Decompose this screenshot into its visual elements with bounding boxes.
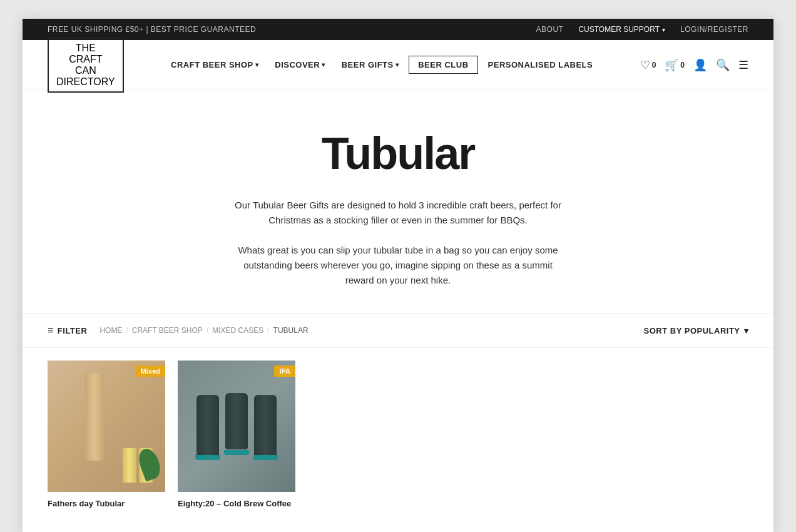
breadcrumb-separator: / <box>207 326 208 335</box>
chevron-down-icon: ▾ <box>395 61 399 68</box>
header-icons: ♡ 0 🛒 0 👤 🔍 ☰ <box>640 58 748 72</box>
filter-icon: ≡ <box>48 325 54 336</box>
cart-button[interactable]: 🛒 0 <box>665 58 685 72</box>
menu-button[interactable]: ☰ <box>738 58 748 72</box>
product-badge: IPA <box>274 366 295 377</box>
logo-can: CAN <box>75 65 96 76</box>
logo-the: THE <box>76 43 96 54</box>
can-wrapper <box>224 393 249 455</box>
hero-description-1: Our Tubular Beer Gifts are designed to h… <box>229 198 567 228</box>
nav-beer-gifts[interactable]: BEER GIFTS ▾ <box>335 55 406 74</box>
hamburger-icon: ☰ <box>738 58 748 72</box>
login-link[interactable]: LOGIN/REGISTER <box>680 25 748 34</box>
filter-bar: ≡ FILTER HOME / CRAFT BEER SHOP / MIXED … <box>23 313 773 348</box>
chevron-down-icon: ▾ <box>744 326 749 335</box>
top-bar-right: ABOUT CUSTOMER SUPPORT ▾ LOGIN/REGISTER <box>536 25 748 34</box>
chevron-down-icon: ▾ <box>255 61 259 68</box>
hero-description-2: Whats great is you can slip your tubular… <box>229 243 567 288</box>
chevron-down-icon: ▾ <box>322 61 325 68</box>
chevron-down-icon: ▾ <box>662 26 665 33</box>
can-ring <box>253 455 278 460</box>
header: THE CRAFT CAN DIRECTORY CRAFT BEER SHOP … <box>23 40 773 90</box>
breadcrumb-separator: / <box>267 326 269 335</box>
product-img-cold-brew <box>178 361 295 492</box>
product-image: IPA <box>178 361 295 492</box>
can-ring <box>224 450 249 455</box>
product-name: Fathers day Tubular <box>48 498 165 509</box>
about-link[interactable]: ABOUT <box>536 25 564 34</box>
heart-icon: ♡ <box>640 58 650 72</box>
product-name: Eighty:20 – Cold Brew Coffee <box>178 498 295 509</box>
logo[interactable]: THE CRAFT CAN DIRECTORY <box>48 38 124 93</box>
breadcrumb-home[interactable]: HOME <box>100 326 122 335</box>
nav-beer-club[interactable]: BEER CLUB <box>409 56 477 74</box>
nav-craft-beer-shop[interactable]: CRAFT BEER SHOP ▾ <box>165 55 265 74</box>
shipping-text: FREE UK SHIPPING £50+ | BEST PRICE GUARA… <box>48 25 256 34</box>
product-image: Mixed <box>48 361 165 492</box>
nav-discover[interactable]: DISCOVER ▾ <box>268 55 331 74</box>
breadcrumb-current: TUBULAR <box>273 326 309 335</box>
filter-left: ≡ FILTER HOME / CRAFT BEER SHOP / MIXED … <box>48 325 309 336</box>
page-title: Tubular <box>48 128 748 179</box>
top-bar: FREE UK SHIPPING £50+ | BEST PRICE GUARA… <box>23 19 773 40</box>
dark-cans <box>195 393 278 460</box>
beer-can <box>123 448 136 483</box>
product-grid: Mixed Fathers day Tubular <box>23 361 773 532</box>
dark-can <box>254 395 277 458</box>
can-ring <box>195 455 220 460</box>
dark-can <box>196 395 219 458</box>
wishlist-button[interactable]: ♡ 0 <box>640 58 656 72</box>
product-img-fathers-day <box>48 361 165 492</box>
account-button[interactable]: 👤 <box>693 58 707 72</box>
filter-button[interactable]: ≡ FILTER <box>48 325 87 336</box>
product-badge: Mixed <box>136 366 165 377</box>
hero-section: Tubular Our Tubular Beer Gifts are desig… <box>23 90 773 313</box>
breadcrumb: HOME / CRAFT BEER SHOP / MIXED CASES / T… <box>100 326 308 335</box>
product-card[interactable]: Mixed Fathers day Tubular <box>48 361 165 509</box>
dark-can <box>225 393 248 449</box>
sort-button[interactable]: SORT BY POPULARITY ▾ <box>644 326 748 335</box>
tubular-tube <box>85 373 104 461</box>
can-wrapper <box>253 395 278 460</box>
breadcrumb-mixed-cases[interactable]: MIXED CASES <box>212 326 263 335</box>
logo-directory: DIRECTORY <box>56 76 115 88</box>
can-wrapper <box>195 395 220 460</box>
search-icon: 🔍 <box>716 58 730 72</box>
search-button[interactable]: 🔍 <box>716 58 730 72</box>
customer-support-link[interactable]: CUSTOMER SUPPORT ▾ <box>578 25 665 34</box>
product-card[interactable]: IPA Eighty:20 – Cold Brew Coffee <box>178 361 295 509</box>
logo-craft: CRAFT <box>69 54 102 65</box>
main-nav: CRAFT BEER SHOP ▾ DISCOVER ▾ BEER GIFTS … <box>165 55 599 74</box>
nav-personalised-labels[interactable]: PERSONALISED LABELS <box>482 55 600 74</box>
breadcrumb-separator: / <box>126 326 128 335</box>
account-icon: 👤 <box>693 58 707 72</box>
breadcrumb-craft-beer-shop[interactable]: CRAFT BEER SHOP <box>132 326 203 335</box>
cart-icon: 🛒 <box>665 58 678 72</box>
